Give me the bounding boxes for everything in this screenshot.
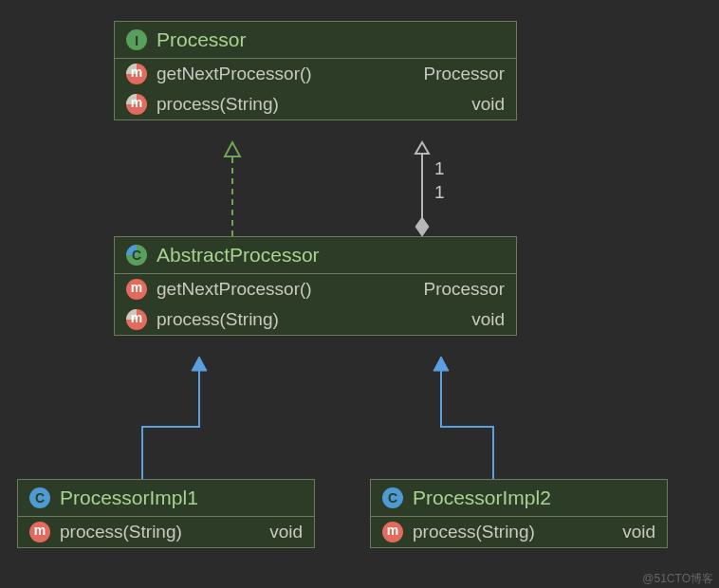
svg-marker-5 <box>192 357 207 371</box>
method-return: Processor <box>423 279 505 300</box>
class-header: Processor <box>115 22 516 59</box>
aggregation-abstract-to-processor <box>415 142 429 236</box>
method-return: void <box>269 522 303 542</box>
method-row: getNextProcessor() Processor <box>115 274 516 304</box>
class-name: Processor <box>157 28 247 51</box>
class-processor-impl2[interactable]: ProcessorImpl2 process(String) void <box>370 479 668 548</box>
class-name: AbstractProcessor <box>157 244 320 266</box>
class-header: AbstractProcessor <box>115 237 516 274</box>
class-header: ProcessorImpl2 <box>371 480 667 517</box>
class-abstract-processor[interactable]: AbstractProcessor getNextProcessor() Pro… <box>114 236 517 336</box>
method-return: void <box>622 522 655 542</box>
method-name: getNextProcessor() <box>157 279 423 300</box>
method-name: getNextProcessor() <box>157 64 423 84</box>
method-icon <box>29 522 50 542</box>
method-icon <box>126 279 147 300</box>
class-processor[interactable]: Processor getNextProcessor() Processor p… <box>114 21 517 120</box>
method-row: process(String) void <box>18 517 314 547</box>
method-row: process(String) void <box>371 517 667 547</box>
method-icon <box>382 522 403 542</box>
svg-marker-4 <box>415 217 429 236</box>
method-name: process(String) <box>413 522 622 542</box>
generalization-impl2-to-abstract <box>433 357 493 479</box>
class-processor-impl1[interactable]: ProcessorImpl1 process(String) void <box>17 479 315 548</box>
method-row: process(String) void <box>115 304 516 335</box>
method-icon <box>126 64 147 84</box>
method-icon <box>126 309 147 330</box>
class-icon <box>382 487 403 508</box>
realization-abstract-to-processor <box>225 142 240 236</box>
aggregation-multiplicity-top: 1 <box>434 158 445 179</box>
watermark: @51CTO博客 <box>642 571 713 587</box>
method-row: process(String) void <box>115 89 516 119</box>
svg-marker-3 <box>415 142 429 154</box>
method-return: Processor <box>423 64 505 84</box>
class-header: ProcessorImpl1 <box>18 480 314 517</box>
method-icon <box>126 94 147 115</box>
svg-marker-1 <box>225 142 240 156</box>
class-icon <box>29 487 50 508</box>
class-name: ProcessorImpl1 <box>60 487 198 509</box>
method-name: process(String) <box>157 94 471 115</box>
method-name: process(String) <box>157 309 471 330</box>
method-return: void <box>471 309 505 330</box>
method-row: getNextProcessor() Processor <box>115 59 516 89</box>
method-return: void <box>471 94 505 115</box>
interface-icon <box>126 29 147 50</box>
class-name: ProcessorImpl2 <box>413 487 551 509</box>
svg-marker-6 <box>433 357 449 371</box>
generalization-impl1-to-abstract <box>142 357 207 479</box>
method-name: process(String) <box>60 522 269 542</box>
aggregation-multiplicity-bottom: 1 <box>434 182 445 203</box>
abstract-class-icon <box>126 245 147 266</box>
